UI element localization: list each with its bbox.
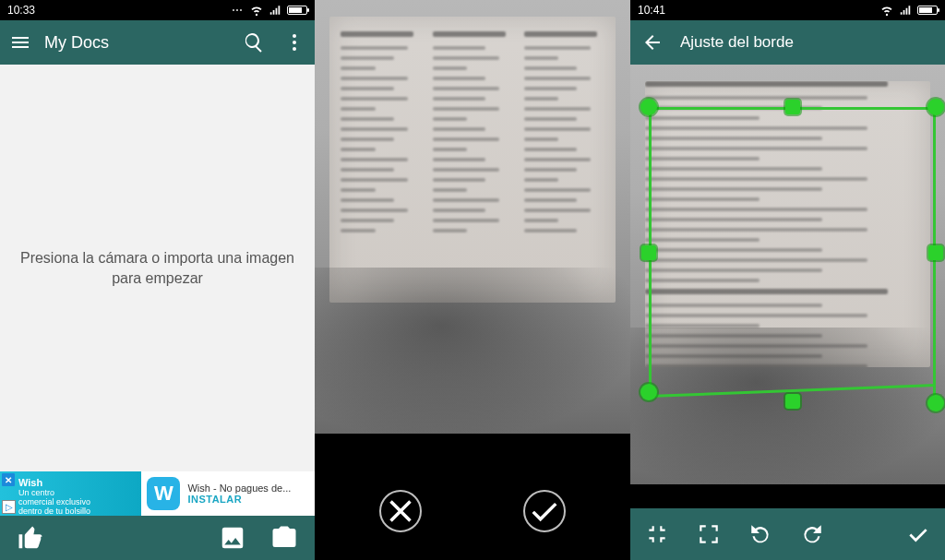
status-bar: 10:41 [630,0,945,20]
accept-capture-button[interactable] [523,490,566,532]
crop-handle-top-left[interactable] [640,99,657,115]
exit-fullscreen-icon[interactable] [645,522,669,546]
ad-app-logo: W [147,477,180,510]
thumbs-up-icon[interactable] [17,524,44,552]
ad-banner[interactable]: ✕ ▷ Wish Un centro comercial exclusivo d… [0,471,315,516]
crop-preview [630,65,945,484]
status-time: 10:33 [7,4,35,17]
camera-icon[interactable] [270,524,298,552]
rotate-left-icon[interactable] [748,522,772,546]
screen-camera-capture [315,0,630,560]
ad-brand: Wish [18,477,138,488]
back-icon[interactable] [641,31,664,54]
cellular-dots-icon: ⋯ [232,4,245,17]
cancel-capture-button[interactable] [379,490,422,532]
overflow-menu-icon[interactable] [283,31,305,54]
wifi-icon [250,4,263,17]
crop-frame[interactable] [649,107,936,398]
svg-point-1 [293,41,296,44]
ad-install-button[interactable]: INSTALAR [187,494,291,505]
empty-state-message: Presiona la cámara o importa una imagen … [0,65,315,471]
status-time: 10:41 [638,4,665,17]
crop-handle-top-mid[interactable] [785,100,800,114]
crop-handle-bottom-mid[interactable] [785,394,800,409]
signal-icon [269,4,281,17]
screen-my-docs: 10:33 ⋯ My Docs [0,0,315,560]
signal-icon [899,4,912,17]
ad-choices-icon[interactable]: ▷ [2,500,16,514]
ad-tagline-3: dentro de tu bolsillo [18,506,138,516]
ad-app-title: Wish - No pagues de... [187,483,291,494]
edge-adjust-toolbar [630,508,945,560]
ad-tagline-1: Un centro [18,488,138,497]
gallery-import-icon[interactable] [219,524,246,552]
capture-action-bar [315,434,630,560]
crop-handle-left-mid[interactable] [641,245,656,260]
search-icon[interactable] [243,31,265,54]
ad-banner-left: ✕ ▷ Wish Un centro comercial exclusivo d… [0,471,141,516]
ad-close-icon[interactable]: ✕ [2,473,15,486]
appbar: My Docs [0,20,315,65]
appbar-title: My Docs [44,33,230,53]
ad-tagline-2: comercial exclusivo [18,497,138,506]
appbar-title: Ajuste del borde [680,33,794,52]
svg-point-2 [293,47,296,51]
menu-icon[interactable] [9,31,31,54]
bottom-toolbar [0,516,315,560]
ad-banner-right: W Wish - No pagues de... INSTALAR [141,477,315,510]
svg-point-0 [293,34,296,38]
captured-document [329,17,616,303]
crop-handle-right-mid[interactable] [928,245,943,260]
confirm-crop-icon[interactable] [906,522,930,546]
camera-preview [315,0,630,434]
battery-icon [917,6,938,15]
wifi-icon [880,4,893,17]
crop-handle-bottom-left[interactable] [640,384,657,400]
status-bar: 10:33 ⋯ [0,0,315,20]
fullscreen-icon[interactable] [697,522,721,546]
rotate-right-icon[interactable] [800,522,824,546]
crop-handle-bottom-right[interactable] [927,395,944,411]
appbar: Ajuste del borde [630,20,945,65]
battery-icon [287,6,307,15]
crop-handle-top-right[interactable] [927,99,944,115]
screen-edge-adjust: 10:41 Ajuste del borde [630,0,945,560]
